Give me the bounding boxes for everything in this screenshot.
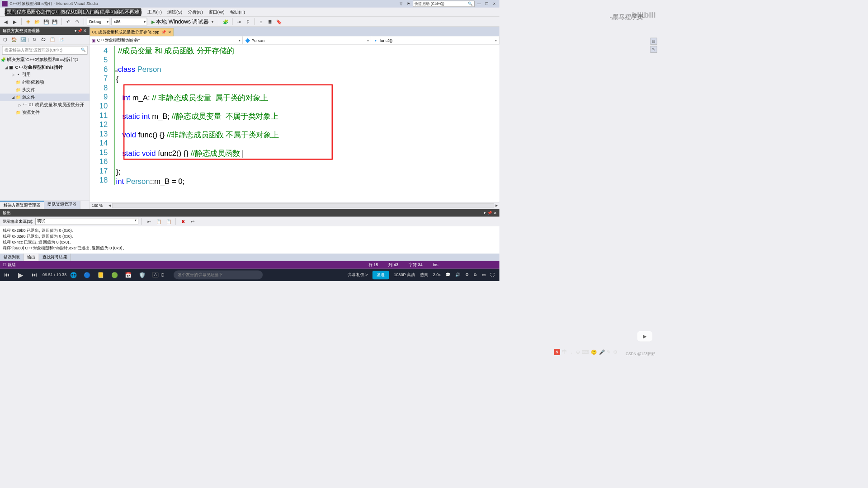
filter-icon[interactable]: ▽	[398, 1, 404, 7]
minimize-button[interactable]: —	[476, 1, 482, 7]
play-pause-icon[interactable]: ▶	[14, 269, 27, 281]
play-next-icon[interactable]: ⏭	[28, 269, 41, 281]
home-icon[interactable]: 🏠	[10, 36, 18, 43]
solution-node[interactable]: 解决方案"C++对象模型和this指针"(1	[7, 56, 78, 63]
platform-combo[interactable]: x86	[112, 18, 147, 25]
open-button[interactable]: 📂	[33, 18, 41, 25]
solution-search-input[interactable]: 搜索解决方案资源管理器(Ctrl+;) 🔍	[2, 46, 88, 55]
toolbar-icon[interactable]: 🧩	[222, 18, 230, 25]
close-tab-icon[interactable]: ✕	[168, 30, 171, 34]
side-tool-icon[interactable]: ✎	[650, 46, 657, 53]
wide-icon[interactable]: ▭	[482, 272, 486, 277]
refs-node[interactable]: 引用	[22, 72, 31, 78]
nav-func-combo[interactable]: 🔹func2()	[371, 36, 500, 44]
scope-icon[interactable]: 🔙	[19, 36, 27, 43]
pin-icon[interactable]: 📌	[77, 28, 82, 33]
menu-test[interactable]: 测试(S)	[165, 9, 185, 15]
close-button[interactable]: ✕	[491, 1, 497, 7]
fullscreen-icon[interactable]: ⛶	[491, 272, 495, 277]
expand-icon[interactable]: ▷	[12, 73, 16, 76]
output-source-combo[interactable]: 调试	[35, 218, 138, 225]
document-tab[interactable]: 01 成员变量和成员函数分开存储.cpp 📌 ✕	[90, 28, 174, 36]
step-icon[interactable]: ⇥	[235, 18, 243, 25]
nav-class-combo[interactable]: 🔷Person	[243, 36, 371, 44]
new-button[interactable]: ✚	[24, 18, 32, 25]
output-text[interactable]: 线程 0x29b0 已退出, 返回值为 0 (0x0)。线程 0x32e0 已退…	[0, 226, 500, 254]
dropdown-icon[interactable]: ▾	[484, 211, 486, 215]
resources-node[interactable]: 资源文件	[22, 109, 40, 116]
home-icon[interactable]: ⬡	[1, 36, 9, 43]
close-panel-icon[interactable]: ✕	[83, 28, 87, 33]
quick-launch-input[interactable]: 快速启动 (Ctrl+Q)🔍	[413, 1, 475, 7]
danmaku-toggle-icon[interactable]: ⊙	[160, 272, 165, 277]
tab-solution-explorer[interactable]: 解决方案资源管理器	[0, 201, 44, 209]
menu-window[interactable]: 窗口(W)	[206, 9, 227, 15]
volume-icon[interactable]: 🔊	[455, 272, 460, 277]
task-icon[interactable]: 🔵	[80, 269, 94, 281]
notify-icon[interactable]: ⚑	[406, 1, 412, 7]
sync-icon[interactable]: 🗘	[40, 36, 47, 43]
source-file-node[interactable]: 01 成员变量和成员函数分开	[29, 102, 84, 108]
expand-icon[interactable]: ▷	[19, 103, 23, 107]
nav-back-button[interactable]: ◀	[2, 18, 10, 25]
mini-play-icon[interactable]: ▶	[637, 331, 652, 342]
expand-icon[interactable]: ◢	[12, 95, 16, 99]
output-icon[interactable]: 📋	[165, 218, 172, 225]
config-combo[interactable]: Debug	[87, 18, 110, 25]
redo-button[interactable]: ↷	[73, 18, 81, 25]
properties-icon[interactable]: 📋	[48, 36, 56, 43]
quality-select[interactable]: 1080P 高清	[394, 272, 415, 278]
menu-help[interactable]: 帮助(H)	[227, 9, 248, 15]
subtitle-icon[interactable]: 💬	[445, 272, 450, 277]
restore-button[interactable]: ❐	[484, 1, 490, 7]
zoom-combo[interactable]: 100 %	[90, 203, 107, 207]
scroll-right-icon[interactable]: ▶	[495, 204, 498, 207]
tab-find-symbol[interactable]: 查找符号结果	[39, 253, 71, 261]
nav-scope-combo[interactable]: ▣C++对象模型和this指针	[90, 36, 243, 44]
pip-icon[interactable]: ⧉	[474, 272, 477, 277]
project-node[interactable]: C++对象模型和this指针	[15, 64, 62, 70]
dropdown-icon[interactable]: ▾	[75, 28, 77, 33]
pin-icon[interactable]: 📌	[487, 211, 492, 215]
code-editor[interactable]: 456789101112131415161718 //成员变量 和 成员函数 分…	[90, 45, 500, 202]
start-debug-button[interactable]: ▶本地 Windows 调试器▾	[148, 18, 216, 25]
h-scrollbar[interactable]	[112, 203, 494, 208]
output-icon[interactable]: ⇤	[146, 218, 153, 225]
scroll-left-icon[interactable]: ◀	[108, 204, 111, 207]
expand-icon[interactable]: ◢	[5, 66, 9, 69]
side-tool-icon[interactable]: ▤	[650, 38, 657, 44]
save-button[interactable]: 💾	[42, 18, 50, 25]
task-icon[interactable]: 🛡️	[135, 269, 149, 281]
refresh-icon[interactable]: ↻	[31, 36, 38, 43]
danmaku-etiquette[interactable]: 弹幕礼仪 >	[348, 272, 368, 278]
play-prev-icon[interactable]: ⏮	[0, 269, 14, 281]
bookmark-icon[interactable]: 🔖	[275, 18, 283, 25]
speed-select[interactable]: 2.0x	[433, 272, 441, 277]
episode-select[interactable]: 选集	[420, 272, 428, 278]
undo-button[interactable]: ↶	[65, 18, 72, 25]
task-icon[interactable]: 🌐	[66, 269, 80, 281]
nav-fwd-button[interactable]: ▶	[11, 18, 19, 25]
headers-node[interactable]: 头文件	[22, 87, 36, 93]
tab-error-list[interactable]: 错误列表	[0, 253, 24, 261]
task-icon[interactable]: 🟢	[108, 269, 121, 281]
ext-deps-node[interactable]: 外部依赖项	[22, 79, 44, 85]
tab-output[interactable]: 输出	[24, 253, 39, 261]
clear-icon[interactable]: ✖	[179, 218, 187, 225]
caption-a-icon[interactable]: A	[152, 272, 159, 277]
output-icon[interactable]: 📋	[155, 218, 163, 225]
sources-node[interactable]: 源文件	[22, 94, 36, 101]
task-icon[interactable]: 📒	[94, 269, 108, 281]
ime-indicator[interactable]: S中，⊕⌨🙂🎤✎⚙	[554, 349, 617, 355]
pin-icon[interactable]: 📌	[161, 30, 166, 34]
uncomment-icon[interactable]: ≣	[266, 18, 274, 25]
send-button[interactable]: 发送	[373, 271, 389, 279]
menu-analyze[interactable]: 分析(N)	[185, 9, 206, 15]
task-icon[interactable]: 📅	[122, 269, 135, 281]
show-all-icon[interactable]: 📑	[57, 36, 65, 43]
close-panel-icon[interactable]: ✕	[494, 211, 497, 215]
tab-team-explorer[interactable]: 团队资源管理器	[44, 201, 80, 209]
comment-icon[interactable]: ≡	[258, 18, 265, 25]
settings-icon[interactable]: ⚙	[465, 272, 469, 277]
menu-tools[interactable]: 工具(T)	[145, 9, 165, 15]
